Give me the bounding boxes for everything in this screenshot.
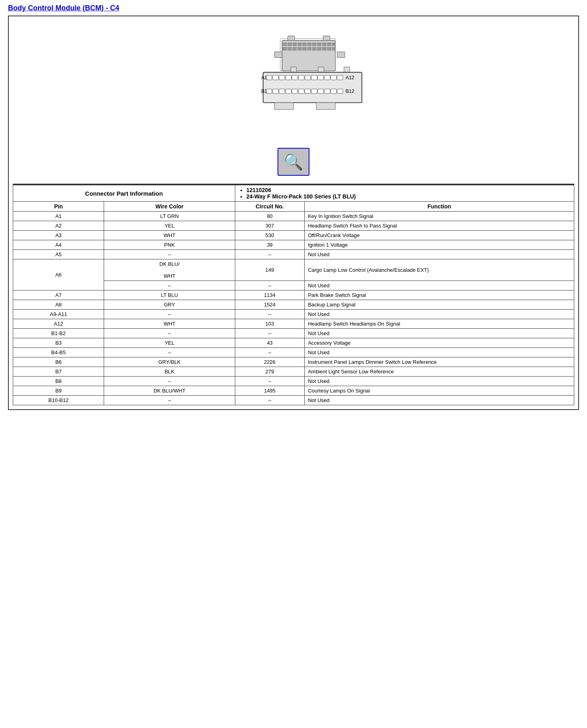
table-row: A3 WHT 530 Off/Run/Crank Voltage — [13, 231, 574, 240]
wire-a1: LT GRN — [104, 212, 235, 221]
connector-part-info-content: 12110206 24-Way F Micro-Pack 100 Series … — [235, 185, 574, 202]
function-a8: Backup Lamp Signal — [305, 300, 574, 310]
svg-rect-12 — [332, 43, 335, 46]
table-row: B10-B12 -- -- Not Used — [13, 396, 574, 405]
circuit-a12: 103 — [235, 319, 305, 329]
wire-a6: DK BLU/WHT — [104, 259, 235, 281]
circuit-b4b5: -- — [235, 348, 305, 357]
pin-b7: B7 — [13, 367, 104, 377]
wire-b6: GRY/BLK — [104, 357, 235, 367]
svg-rect-18 — [307, 47, 311, 51]
table-row: B7 BLK 279 Ambient Light Sensor Low Refe… — [13, 367, 574, 377]
table-row: B4-B5 -- -- Not Used — [13, 348, 574, 357]
svg-rect-42 — [331, 75, 336, 80]
svg-rect-17 — [303, 47, 307, 51]
circuit-a7: 1134 — [235, 290, 305, 300]
svg-rect-15 — [293, 47, 297, 51]
wire-b10b12: -- — [104, 396, 235, 405]
circuit-a5: -- — [235, 250, 305, 259]
circuit-a8: 1524 — [235, 300, 305, 310]
svg-rect-41 — [324, 75, 330, 80]
circuit-a1: 80 — [235, 212, 305, 221]
svg-rect-5 — [297, 43, 301, 46]
function-a7: Park Brake Switch Signal — [305, 290, 574, 300]
svg-rect-3 — [288, 43, 292, 46]
wire-a4: PNK — [104, 240, 235, 250]
pin-a8: A8 — [13, 300, 104, 310]
wire-b9: DK BLU/WHT — [104, 386, 235, 396]
header-pin: Pin — [13, 202, 104, 212]
wire-a2: YEL — [104, 221, 235, 231]
svg-rect-49 — [298, 89, 304, 93]
function-b4b5: Not Used — [305, 348, 574, 357]
pin-a12: A12 — [13, 319, 104, 329]
svg-rect-11 — [327, 43, 331, 46]
svg-rect-51 — [311, 89, 317, 93]
circuit-b8: -- — [235, 377, 305, 386]
svg-rect-6 — [303, 43, 307, 46]
svg-rect-55 — [337, 89, 343, 93]
svg-rect-26 — [288, 36, 295, 40]
function-a12: Headlamp Switch Headlamps On Signal — [305, 319, 574, 329]
svg-rect-25 — [337, 52, 345, 57]
table-row: A7 LT BLU 1134 Park Brake Switch Signal — [13, 290, 574, 300]
wire-a7: LT BLU — [104, 290, 235, 300]
circuit-b7: 279 — [235, 367, 305, 377]
svg-rect-7 — [307, 43, 311, 46]
table-row: A1 LT GRN 80 Key In Ignition Switch Sign… — [13, 212, 574, 221]
function-b3: Accessory Voltage — [305, 338, 574, 348]
diagram-area: A1 A12 B1 B12 🔍 — [13, 20, 574, 184]
pin-b8: B8 — [13, 377, 104, 386]
svg-rect-13 — [283, 47, 287, 51]
svg-rect-36 — [292, 75, 297, 80]
connector-table: Connector Part Information 12110206 24-W… — [13, 185, 574, 405]
magnify-icon: 🔍 — [284, 153, 303, 171]
wire-b3: YEL — [104, 338, 235, 348]
wire-a9a11: -- — [104, 310, 235, 319]
circuit-b10b12: -- — [235, 396, 305, 405]
table-row: B9 DK BLU/WHT 1495 Courtesy Lamps On Sig… — [13, 386, 574, 396]
wire-b7: BLK — [104, 367, 235, 377]
page-title: Body Control Module (BCM) - C4 — [8, 4, 579, 12]
circuit-a6b: -- — [235, 281, 305, 290]
pin-b1b2: B1-B2 — [13, 329, 104, 338]
circuit-a6: 149 — [235, 259, 305, 281]
svg-rect-2 — [283, 43, 287, 46]
wire-b4b5: -- — [104, 348, 235, 357]
function-b8: Not Used — [305, 377, 574, 386]
function-a5: Not Used — [305, 250, 574, 259]
circuit-b9: 1495 — [235, 386, 305, 396]
svg-rect-56 — [274, 103, 294, 110]
svg-rect-53 — [324, 89, 330, 93]
svg-rect-33 — [273, 75, 278, 80]
circuit-b3: 43 — [235, 338, 305, 348]
circuit-b1b2: -- — [235, 329, 305, 338]
circuit-a4: 39 — [235, 240, 305, 250]
svg-rect-9 — [317, 43, 321, 46]
main-container: A1 A12 B1 B12 🔍 Connector Part Informati… — [8, 16, 579, 410]
table-row: B6 GRY/BLK 2226 Instrument Panel Lamps D… — [13, 357, 574, 367]
magnify-button[interactable]: 🔍 — [278, 148, 309, 176]
function-b10b12: Not Used — [305, 396, 574, 405]
part-number: 12110206 — [246, 187, 571, 193]
pin-a6: A6 — [13, 259, 104, 290]
svg-rect-22 — [327, 47, 331, 51]
table-row: A12 WHT 103 Headlamp Switch Headlamps On… — [13, 319, 574, 329]
table-header-row: Pin Wire Color Circuit No. Function — [13, 202, 574, 212]
function-a4: Ignition 1 Voltage — [305, 240, 574, 250]
svg-rect-8 — [313, 43, 317, 46]
part-description: 24-Way F Micro-Pack 100 Series (LT BLU) — [246, 193, 571, 200]
table-section: Connector Part Information 12110206 24-W… — [13, 184, 574, 405]
svg-text:B1: B1 — [261, 88, 267, 94]
svg-rect-43 — [337, 75, 343, 80]
function-a3: Off/Run/Crank Voltage — [305, 231, 574, 240]
wire-a6b: -- — [104, 281, 235, 290]
pin-b3: B3 — [13, 338, 104, 348]
svg-rect-52 — [318, 89, 323, 93]
function-a6b: Not Used — [305, 281, 574, 290]
svg-rect-14 — [288, 47, 292, 51]
wire-b1b2: -- — [104, 329, 235, 338]
svg-rect-47 — [286, 89, 291, 93]
pin-b9: B9 — [13, 386, 104, 396]
svg-rect-46 — [279, 89, 285, 93]
